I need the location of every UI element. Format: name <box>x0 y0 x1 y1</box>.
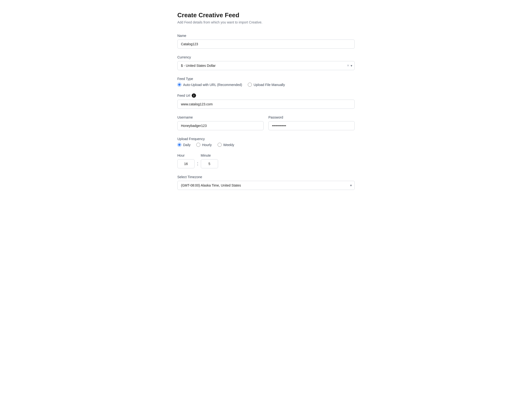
timezone-section: Select Timezone (GMT-08:00) Alaska Time,… <box>177 175 355 190</box>
feed-type-option-auto[interactable]: Auto-Upload with URL (Recommended) <box>177 83 242 87</box>
feed-url-input[interactable] <box>177 100 355 109</box>
currency-label: Currency <box>177 55 355 59</box>
feed-type-radio-auto[interactable] <box>177 83 181 87</box>
frequency-weekly-label: Weekly <box>223 143 234 147</box>
feed-type-option-manual[interactable]: Upload File Manually <box>248 83 285 87</box>
minute-label-text: Minute <box>201 154 218 157</box>
currency-select-wrapper: × ▾ <box>177 61 355 70</box>
timezone-select-wrapper: (GMT-08:00) Alaska Time, United States(G… <box>177 181 355 190</box>
upload-frequency-radio-group: Daily Hourly Weekly <box>177 143 355 147</box>
frequency-daily-label: Daily <box>183 143 190 147</box>
page-subtitle: Add Feed details from which you want to … <box>177 20 355 24</box>
name-input[interactable] <box>177 39 355 49</box>
credentials-section: Username Password <box>177 115 355 130</box>
page-title: Create Creative Feed <box>177 12 355 19</box>
feed-type-label: Feed Type <box>177 77 355 81</box>
feed-url-label-row: Feed Url i <box>177 93 355 98</box>
frequency-radio-daily[interactable] <box>177 143 181 147</box>
currency-arrow-icon[interactable]: ▾ <box>351 64 352 68</box>
feed-type-auto-label: Auto-Upload with URL (Recommended) <box>183 83 242 87</box>
currency-controls: × ▾ <box>347 64 352 68</box>
frequency-option-hourly[interactable]: Hourly <box>196 143 212 147</box>
upload-frequency-label: Upload Frequency <box>177 137 355 141</box>
frequency-option-daily[interactable]: Daily <box>177 143 190 147</box>
time-section: Hour:Minute <box>177 154 355 168</box>
time-colon: : <box>195 161 201 166</box>
password-label: Password <box>268 115 355 119</box>
frequency-radio-hourly[interactable] <box>196 143 200 147</box>
frequency-radio-weekly[interactable] <box>218 143 222 147</box>
hour-input[interactable] <box>177 159 195 168</box>
feed-type-radio-group: Auto-Upload with URL (Recommended) Uploa… <box>177 83 355 87</box>
currency-section: Currency × ▾ <box>177 55 355 70</box>
page-container: Create Creative Feed Add Feed details fr… <box>168 0 364 216</box>
minute-input[interactable] <box>201 159 218 168</box>
name-label: Name <box>177 34 355 37</box>
feed-url-section: Feed Url i <box>177 93 355 109</box>
minute-field: Minute <box>201 154 218 168</box>
hour-input-area: Hour <box>177 154 195 168</box>
currency-input[interactable] <box>177 61 355 70</box>
password-field: Password <box>268 115 355 130</box>
username-label: Username <box>177 115 264 119</box>
timezone-label: Select Timezone <box>177 175 355 179</box>
username-input[interactable] <box>177 121 264 130</box>
name-section: Name <box>177 34 355 49</box>
currency-clear-icon[interactable]: × <box>347 64 349 68</box>
upload-frequency-section: Upload Frequency Daily Hourly Weekly <box>177 137 355 147</box>
feed-url-info-icon[interactable]: i <box>192 93 196 98</box>
timezone-select[interactable]: (GMT-08:00) Alaska Time, United States(G… <box>177 181 355 190</box>
username-field: Username <box>177 115 264 130</box>
feed-url-label: Feed Url <box>177 94 190 98</box>
hour-label-new: Hour <box>177 154 195 157</box>
frequency-option-weekly[interactable]: Weekly <box>218 143 234 147</box>
feed-type-manual-label: Upload File Manually <box>253 83 285 87</box>
feed-type-radio-manual[interactable] <box>248 83 252 87</box>
frequency-hourly-label: Hourly <box>202 143 212 147</box>
feed-type-section: Feed Type Auto-Upload with URL (Recommen… <box>177 77 355 87</box>
password-input[interactable] <box>268 121 355 130</box>
